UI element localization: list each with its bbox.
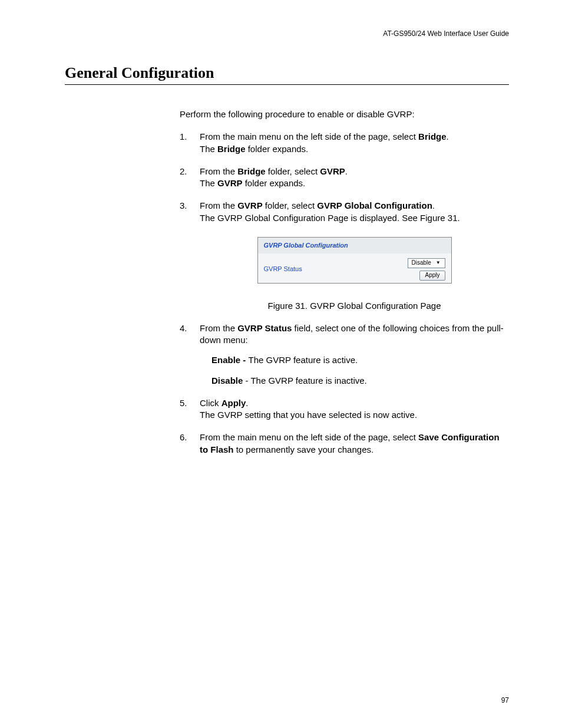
page: AT-GS950/24 Web Interface User Guide Gen… bbox=[0, 0, 562, 728]
page-number: 97 bbox=[501, 696, 509, 704]
bold: Apply bbox=[222, 398, 246, 408]
step-number: 1. bbox=[180, 131, 187, 143]
figure-caption: Figure 31. GVRP Global Configuration Pag… bbox=[200, 300, 509, 312]
procedure-list: 1. From the main menu on the left side o… bbox=[180, 131, 509, 456]
text: From the main menu on the left side of t… bbox=[200, 432, 418, 442]
bold: Enable - bbox=[211, 355, 249, 365]
figure-31: GVRP Global Configuration GVRP Status Di… bbox=[257, 237, 452, 284]
apply-button[interactable]: Apply bbox=[419, 271, 445, 281]
text: The bbox=[200, 178, 217, 188]
running-header: AT-GS950/24 Web Interface User Guide bbox=[65, 29, 509, 38]
text: folder expands. bbox=[243, 178, 306, 188]
text: The GVRP Global Configuration Page is di… bbox=[200, 213, 460, 223]
bold: GVRP Status bbox=[237, 323, 292, 333]
text: folder, select bbox=[263, 200, 318, 210]
step-number: 2. bbox=[180, 166, 187, 177]
step-number: 5. bbox=[180, 397, 187, 409]
disable-option: Disable - The GVRP feature is inactive. bbox=[211, 375, 509, 387]
step-number: 3. bbox=[180, 200, 187, 212]
bold: GVRP Global Configuration bbox=[317, 200, 432, 210]
text: Click bbox=[200, 398, 222, 408]
body-content: Perform the following procedure to enabl… bbox=[180, 108, 509, 456]
text: The bbox=[200, 144, 217, 154]
text: - The GVRP feature is inactive. bbox=[243, 375, 366, 386]
text: folder expands. bbox=[246, 144, 309, 154]
text: From the bbox=[200, 166, 237, 176]
step-1: 1. From the main menu on the left side o… bbox=[180, 131, 509, 155]
text: . bbox=[432, 200, 435, 210]
text: The GVRP feature is active. bbox=[249, 355, 358, 365]
figure-body: GVRP Status Disable ▼ Apply bbox=[258, 253, 451, 283]
step-number: 4. bbox=[180, 322, 187, 334]
section-title: General Configuration bbox=[65, 64, 509, 85]
select-value: Disable bbox=[412, 259, 431, 267]
text: From the bbox=[200, 200, 237, 210]
text: The GVRP setting that you have selected … bbox=[200, 410, 417, 420]
gvrp-status-select[interactable]: Disable ▼ bbox=[408, 258, 445, 268]
figure-title: GVRP Global Configuration bbox=[258, 238, 451, 253]
chevron-down-icon: ▼ bbox=[436, 261, 441, 265]
text: folder, select bbox=[266, 166, 320, 176]
text: From the main menu on the left side of t… bbox=[200, 131, 418, 141]
enable-option: Enable - The GVRP feature is active. bbox=[211, 354, 509, 366]
step-2: 2. From the Bridge folder, select GVRP. … bbox=[180, 166, 509, 190]
bold: GVRP bbox=[237, 200, 263, 210]
bold: Bridge bbox=[217, 144, 246, 154]
text: to permanently save your changes. bbox=[234, 444, 374, 454]
bold: GVRP bbox=[217, 178, 243, 188]
step-number: 6. bbox=[180, 431, 187, 443]
intro-paragraph: Perform the following procedure to enabl… bbox=[180, 108, 509, 120]
text: . bbox=[246, 398, 248, 408]
text: . bbox=[345, 166, 348, 176]
step-3: 3. From the GVRP folder, select GVRP Glo… bbox=[180, 200, 509, 312]
step-4: 4. From the GVRP Status field, select on… bbox=[180, 322, 509, 387]
text: . bbox=[447, 131, 449, 141]
bold: Bridge bbox=[237, 166, 266, 176]
bold: Disable bbox=[211, 375, 243, 386]
bold: GVRP bbox=[320, 166, 345, 176]
step-6: 6. From the main menu on the left side o… bbox=[180, 431, 509, 456]
text: From the bbox=[200, 323, 237, 333]
figure-controls: Disable ▼ Apply bbox=[408, 258, 445, 281]
figure-panel: GVRP Global Configuration GVRP Status Di… bbox=[257, 237, 452, 284]
bold: Bridge bbox=[418, 131, 447, 141]
gvrp-status-label: GVRP Status bbox=[264, 265, 302, 274]
step-5: 5. Click Apply. The GVRP setting that yo… bbox=[180, 397, 509, 421]
